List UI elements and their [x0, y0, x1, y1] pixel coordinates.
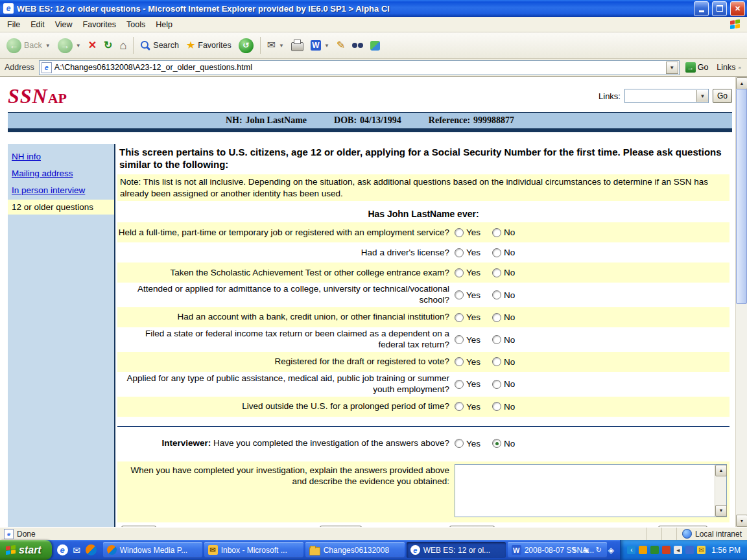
antivirus-tray-icon[interactable]: [650, 546, 659, 554]
back-button[interactable]: ← Back ▼: [3, 36, 54, 56]
sync-tool-icon[interactable]: ↻: [594, 546, 603, 555]
links-toolbar-button[interactable]: Links »: [714, 63, 744, 72]
links-dropdown[interactable]: ▼: [624, 89, 709, 103]
textarea-scroll-down-icon[interactable]: ▼: [715, 505, 727, 517]
pen-tool-icon[interactable]: ✎: [569, 546, 578, 555]
sidebar-item[interactable]: Mailing address: [8, 166, 114, 181]
answer-option: No: [492, 290, 530, 300]
edit-word-button[interactable]: W ▼: [307, 38, 333, 53]
search-button[interactable]: Search: [137, 38, 182, 53]
scroll-down-icon[interactable]: ▼: [736, 515, 747, 527]
radio-no[interactable]: [492, 380, 501, 389]
answer-option: No: [492, 402, 530, 412]
radio-yes[interactable]: [455, 248, 464, 257]
question-options: YesNo: [455, 312, 530, 322]
interviewer-radio-no[interactable]: [492, 439, 501, 448]
edit-button[interactable]: ✎: [333, 38, 348, 53]
radio-no[interactable]: [492, 228, 501, 237]
page-icon: e: [42, 62, 52, 73]
menu-view[interactable]: View: [50, 18, 78, 31]
radio-no[interactable]: [492, 290, 501, 299]
taskbar-item-label: Changes06132008: [324, 546, 389, 555]
radio-no[interactable]: [492, 402, 501, 411]
taskbar-item[interactable]: ✉Inbox - Microsoft ...: [204, 542, 303, 558]
home-button[interactable]: ⌂: [116, 37, 130, 54]
network-tray-icon[interactable]: ‹: [627, 546, 635, 554]
quicklaunch-outlook-icon[interactable]: ✉: [71, 544, 82, 555]
question-options: YesNo: [455, 335, 530, 345]
page-scrollbar[interactable]: ▲ ▼: [735, 77, 747, 527]
print-button[interactable]: [288, 37, 307, 54]
links-label: Links: [717, 63, 735, 72]
mail-button[interactable]: ✉ ▼: [264, 38, 287, 53]
address-input[interactable]: e A:\Changes06132008\A23-12_or_older_que…: [39, 60, 680, 75]
textarea-scrollbar[interactable]: ▲ ▼: [715, 465, 726, 517]
sidebar-item[interactable]: In person interview: [8, 183, 114, 198]
refresh-button[interactable]: ↻: [101, 38, 115, 53]
radio-yes[interactable]: [455, 402, 464, 411]
option-label: No: [504, 357, 515, 367]
radio-yes[interactable]: [455, 228, 464, 237]
answer-option: Yes: [455, 335, 492, 345]
radio-yes[interactable]: [455, 380, 464, 389]
radio-yes[interactable]: [455, 335, 464, 344]
research-button[interactable]: [349, 40, 366, 51]
continue-button[interactable]: Continue: [658, 526, 707, 527]
forward-button[interactable]: → ▼: [54, 36, 84, 56]
radio-yes[interactable]: [455, 290, 464, 299]
quicklaunch-ie-icon[interactable]: e: [57, 544, 68, 555]
taskbar-item[interactable]: eWEB ES: 12 or ol...: [407, 542, 506, 558]
explanation-textarea[interactable]: ▲ ▼: [455, 464, 727, 517]
back-page-button[interactable]: Back: [121, 526, 156, 527]
menu-file[interactable]: File: [2, 18, 25, 31]
sidebar-item[interactable]: NH info: [8, 149, 114, 164]
alert-tray-icon[interactable]: [662, 546, 670, 554]
messenger-button[interactable]: [367, 38, 383, 53]
radio-no[interactable]: [492, 357, 501, 366]
address-dropdown-icon[interactable]: ▼: [666, 62, 678, 74]
links-go-button[interactable]: Go: [713, 89, 732, 103]
display-tool-icon[interactable]: ▣: [582, 546, 591, 555]
textarea-scroll-up-icon[interactable]: ▲: [715, 465, 727, 476]
minimize-button[interactable]: [694, 1, 709, 16]
radio-yes[interactable]: [455, 313, 464, 322]
stop-button[interactable]: ✕: [85, 38, 100, 53]
go-button[interactable]: → Go: [683, 61, 711, 74]
radio-no[interactable]: [492, 313, 501, 322]
messenger-tray-icon[interactable]: [685, 546, 694, 554]
start-button[interactable]: start: [0, 540, 52, 560]
radio-no[interactable]: [492, 268, 501, 277]
menu-help[interactable]: Help: [150, 18, 178, 31]
nh-header-bar: NH: John LastName DOB: 04/13/1994 Refere…: [8, 112, 732, 132]
refresh-icon: ↻: [104, 40, 112, 51]
sidebar-item[interactable]: 12 or older questions: [8, 200, 114, 215]
mail-tray-icon[interactable]: ✉: [697, 546, 706, 554]
question-options: YesNo: [455, 248, 530, 257]
refresh-page-button[interactable]: Refresh: [449, 526, 495, 527]
history-button[interactable]: ↺: [235, 36, 257, 56]
update-tray-icon[interactable]: [639, 546, 647, 554]
menu-edit[interactable]: Edit: [25, 18, 50, 31]
help-tool-icon[interactable]: ◈: [606, 546, 615, 555]
cancel-button[interactable]: Cancel: [320, 526, 362, 527]
radio-yes[interactable]: [455, 268, 464, 277]
forward-dropdown-icon: ▼: [76, 43, 81, 49]
taskbar-item[interactable]: Windows Media P...: [103, 542, 202, 558]
menu-tools[interactable]: Tools: [121, 18, 150, 31]
close-button[interactable]: ✕: [730, 1, 745, 16]
nh-dob: DOB: 04/13/1994: [334, 115, 401, 126]
favorites-button[interactable]: ★ Favorites: [183, 38, 235, 53]
radio-no[interactable]: [492, 248, 501, 257]
volume-tray-icon[interactable]: ◂: [674, 546, 682, 554]
menu-favorites[interactable]: Favorites: [78, 18, 121, 31]
scroll-up-icon[interactable]: ▲: [736, 77, 747, 89]
radio-no[interactable]: [492, 335, 501, 344]
taskbar-item[interactable]: Changes06132008: [305, 542, 405, 558]
scrollbar-thumb[interactable]: [736, 89, 747, 304]
option-label: Yes: [466, 402, 480, 412]
radio-yes[interactable]: [455, 357, 464, 366]
restore-button[interactable]: [712, 1, 727, 16]
edit-pencil-icon: ✎: [337, 40, 345, 51]
quicklaunch-media-icon[interactable]: [86, 544, 97, 555]
interviewer-radio-yes[interactable]: [455, 439, 464, 448]
